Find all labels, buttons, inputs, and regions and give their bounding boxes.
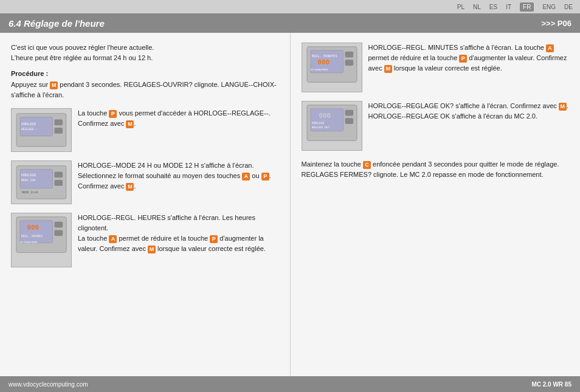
lang-de[interactable]: DE xyxy=(564,4,573,10)
svg-rect-5 xyxy=(54,120,63,126)
left-column: C'est ici que vous pouvez régler l'heure… xyxy=(0,33,291,376)
svg-text:000: 000 xyxy=(27,224,39,232)
page-header: 6.4 Réglage de l'heure >>> P06 xyxy=(0,13,580,33)
page-number: >>> P06 xyxy=(541,19,571,28)
section-horloge-heures: 000 REGL. HEURES UP/DOWN/MEMO HORLOGE--R… xyxy=(11,213,279,267)
svg-text:000: 000 xyxy=(317,58,329,66)
lang-eng[interactable]: ENG xyxy=(542,4,556,10)
section-reglage-ok: 000 HORLOGE REGLAGE OK? HORLOGE--REGLAGE… xyxy=(302,101,570,151)
section-minutes-text: HORLOGE--REGL. MINUTES s'affiche à l'écr… xyxy=(368,43,570,74)
key-p-badge-3: P xyxy=(210,235,218,243)
section-horloge-mode: HORLOGE MODE 24H MODE 2>>H HORLOGE--MODE… xyxy=(11,160,279,204)
lang-it[interactable]: IT xyxy=(506,4,511,10)
svg-text:REGLAGE OK?: REGLAGE OK? xyxy=(311,126,329,129)
svg-rect-38 xyxy=(345,118,353,124)
device-image-3: 000 REGL. HEURES UP/DOWN/MEMO xyxy=(11,213,72,267)
svg-rect-13 xyxy=(54,180,63,186)
svg-text:UP/DOWN/MEMO: UP/DOWN/MEMO xyxy=(310,68,328,71)
language-bar: PL NL ES IT FR ENG DE xyxy=(0,0,580,13)
key-m-badge-r2: M xyxy=(559,103,567,111)
svg-text:REGLAGE--: REGLAGE-- xyxy=(21,127,37,131)
key-p-badge-1: P xyxy=(109,110,117,118)
footer-website: www.vdocyclecomputing.com xyxy=(9,381,88,388)
svg-rect-37 xyxy=(345,110,353,116)
svg-text:UP/DOWN/MEMO: UP/DOWN/MEMO xyxy=(20,241,38,244)
svg-rect-22 xyxy=(55,230,63,236)
svg-text:MODE 2>>H: MODE 2>>H xyxy=(22,190,38,194)
lang-nl[interactable]: NL xyxy=(473,4,481,10)
svg-text:000: 000 xyxy=(319,112,330,120)
intro-text: C'est ici que vous pouvez régler l'heure… xyxy=(11,43,279,63)
bottom-note: Maintenez la touche C enfoncée pendant 3… xyxy=(302,159,570,180)
page-title: 6.4 Réglage de l'heure xyxy=(9,18,105,29)
key-m-badge-2: M xyxy=(126,183,134,191)
section-horloge-reglage: HORLOGE REGLAGE-- La touche P vous perme… xyxy=(11,108,279,152)
key-m-badge-3: M xyxy=(148,246,156,253)
svg-rect-6 xyxy=(54,128,63,134)
svg-text:HORLOGE: HORLOGE xyxy=(21,122,36,126)
key-p-badge-2: P xyxy=(261,173,269,181)
svg-rect-12 xyxy=(54,172,63,178)
svg-text:REGL. MINUTES: REGL. MINUTES xyxy=(311,54,337,58)
svg-text:HORLOGE: HORLOGE xyxy=(21,173,36,177)
section3-text: HORLOGE--REGL. HEURES s'affiche à l'écra… xyxy=(78,213,279,254)
lang-fr[interactable]: FR xyxy=(520,2,534,12)
lang-es[interactable]: ES xyxy=(489,4,497,10)
device-image-2: HORLOGE MODE 24H MODE 2>>H xyxy=(11,160,72,204)
key-m-badge: M xyxy=(50,81,58,89)
device-image-1: HORLOGE REGLAGE-- xyxy=(11,108,72,152)
svg-rect-29 xyxy=(345,52,353,58)
section1-text: La touche P vous permet d'accéder à HORL… xyxy=(78,108,279,129)
svg-text:HORLOGE: HORLOGE xyxy=(311,121,324,125)
key-c-badge: C xyxy=(363,161,371,169)
procedure-text: Appuyez sur M pendant 3 secondes. REGLAG… xyxy=(11,80,279,100)
lang-pl[interactable]: PL xyxy=(457,4,464,10)
key-a-badge-r1: A xyxy=(546,44,554,52)
right-column: REGL. MINUTES 000 UP/DOWN/MEMO HORLOGE--… xyxy=(291,33,581,376)
intro-line1: C'est ici que vous pouvez régler l'heure… xyxy=(11,44,154,51)
intro-line2: L'heure peut être réglée au format 24 h … xyxy=(11,54,153,61)
key-p-badge-r1: P xyxy=(459,55,467,63)
svg-rect-30 xyxy=(345,60,353,66)
section-minutes: REGL. MINUTES 000 UP/DOWN/MEMO HORLOGE--… xyxy=(302,43,570,92)
section-reglage-ok-text: HORLOGE--REGLAGE OK? s'affiche à l'écran… xyxy=(368,101,570,122)
procedure-label: Procédure : xyxy=(11,70,279,77)
device-image-r2: 000 HORLOGE REGLAGE OK? xyxy=(302,101,362,151)
footer: www.vdocyclecomputing.com MC 2.0 WR 85 xyxy=(0,376,580,392)
section2-text: HORLOGE--MODE 24 H ou MODE 12 H s'affich… xyxy=(78,160,279,191)
svg-text:REGL. HEURES: REGL. HEURES xyxy=(21,234,43,238)
key-m-badge-1: M xyxy=(126,120,134,128)
key-m-badge-r1: M xyxy=(384,65,392,73)
device-image-r1: REGL. MINUTES 000 UP/DOWN/MEMO xyxy=(302,43,362,92)
key-a-badge-2: A xyxy=(242,173,250,181)
key-a-badge-3: A xyxy=(109,235,117,243)
main-content: C'est ici que vous pouvez régler l'heure… xyxy=(0,33,580,376)
footer-model-page: MC 2.0 WR 85 xyxy=(531,381,571,388)
svg-rect-21 xyxy=(55,222,63,228)
svg-text:MODE 24H: MODE 24H xyxy=(21,178,35,182)
